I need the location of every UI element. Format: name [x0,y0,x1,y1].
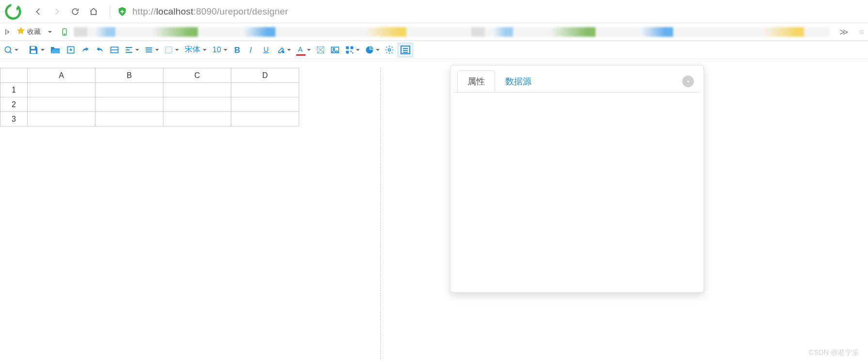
corner-cell[interactable] [0,68,28,83]
grip-icon[interactable] [858,29,865,35]
spreadsheet[interactable]: A B C D 1 2 3 [0,68,299,126]
redo-button[interactable] [79,43,92,57]
sidebar-toggle-icon[interactable] [3,28,12,36]
italic-button[interactable]: I [245,43,258,57]
cell[interactable] [28,83,96,97]
bold-button[interactable]: B [231,43,243,57]
crosstab-button[interactable] [314,43,327,57]
svg-point-3 [860,30,861,31]
table-row[interactable]: 2 [0,97,299,112]
font-family-label: 宋体 [184,45,201,55]
col-header[interactable]: C [163,68,231,83]
import-button[interactable] [64,43,77,57]
cell[interactable] [28,97,96,112]
border-button[interactable] [162,43,180,57]
svg-point-2 [64,33,65,34]
cell[interactable] [96,112,163,126]
image-button[interactable] [329,43,341,57]
row-header[interactable]: 2 [0,97,28,112]
chevron-down-icon [48,31,52,35]
cell[interactable] [231,112,299,126]
merge-cells-button[interactable] [108,43,121,57]
url-path: :8090/ureport/designer [193,6,289,16]
browser-logo-icon [4,2,22,21]
font-family-dropdown[interactable]: 宋体 [182,43,208,57]
svg-point-25 [333,48,335,49]
open-button[interactable] [48,43,63,57]
col-header[interactable]: D [231,68,299,83]
cell[interactable] [163,97,231,112]
chevron-down-icon [155,49,159,53]
settings-button[interactable] [383,43,396,57]
svg-rect-14 [31,50,36,53]
align-button[interactable] [123,43,141,57]
panel-body [453,92,701,293]
cell[interactable] [231,97,299,112]
svg-rect-27 [350,46,353,49]
chevron-down-icon [41,49,45,53]
url-host: localhost [156,6,193,16]
svg-rect-28 [346,50,349,53]
sheet-table[interactable]: A B C D 1 2 3 [0,68,299,126]
svg-point-11 [863,33,864,34]
font-color-button[interactable]: A [294,43,312,57]
bookmarks-bar: 收藏 ≫ [0,23,868,41]
watermark-text: CSDN @君宁乐 [809,348,859,357]
back-button[interactable] [31,4,46,19]
chart-button[interactable] [363,43,381,57]
cell[interactable] [28,112,96,126]
svg-point-31 [388,48,390,51]
svg-point-10 [861,33,862,34]
panel-collapse-button[interactable] [682,76,694,87]
bookmarks-overflow-button[interactable]: ≫ [839,27,849,37]
row-header[interactable]: 3 [0,112,28,126]
cell[interactable] [96,97,163,112]
mobile-icon[interactable] [60,28,69,36]
col-header[interactable]: A [28,68,96,83]
cell[interactable] [163,83,231,97]
bg-color-button[interactable] [274,43,292,57]
page-boundary-ruler [380,68,381,359]
font-size-dropdown[interactable]: 10 [210,43,229,57]
col-header[interactable]: B [96,68,163,83]
site-shield-icon[interactable] [117,6,128,17]
forward-button[interactable] [49,4,64,19]
preview-button[interactable] [2,43,20,57]
address-bar[interactable]: http://localhost:8090/ureport/designer [132,6,288,17]
cell[interactable] [231,83,299,97]
svg-point-8 [863,31,864,32]
panel-toggle-button[interactable] [398,43,413,57]
chevron-down-icon [307,49,311,53]
svg-point-5 [863,30,864,31]
chevron-down-icon [376,49,380,53]
undo-button[interactable] [94,43,106,57]
chevron-down-icon [15,49,18,53]
url-scheme: http:// [132,6,156,16]
svg-point-0 [4,2,22,21]
row-header[interactable]: 1 [0,83,28,97]
svg-rect-30 [352,52,354,54]
svg-point-12 [5,47,11,52]
svg-rect-17 [165,47,172,53]
svg-point-4 [861,30,862,31]
separator [110,5,110,18]
svg-point-6 [860,31,861,32]
svg-point-9 [860,33,861,34]
cell[interactable] [163,112,231,126]
valign-button[interactable] [143,43,161,57]
underline-button[interactable]: U [260,43,273,57]
panel-tabs: 属性 数据源 [450,65,704,92]
favorites-button[interactable]: 收藏 [16,25,55,39]
table-row[interactable]: 3 [0,112,299,126]
svg-text:I: I [250,45,252,54]
home-button[interactable] [86,4,101,19]
tab-properties[interactable]: 属性 [457,70,495,92]
reload-button[interactable] [68,4,82,19]
svg-text:B: B [234,45,240,54]
table-row[interactable]: 1 [0,83,299,97]
svg-rect-26 [346,46,349,49]
save-button[interactable] [26,43,46,57]
tab-datasource[interactable]: 数据源 [495,70,542,92]
cell[interactable] [96,83,163,97]
qrcode-button[interactable] [343,43,361,57]
